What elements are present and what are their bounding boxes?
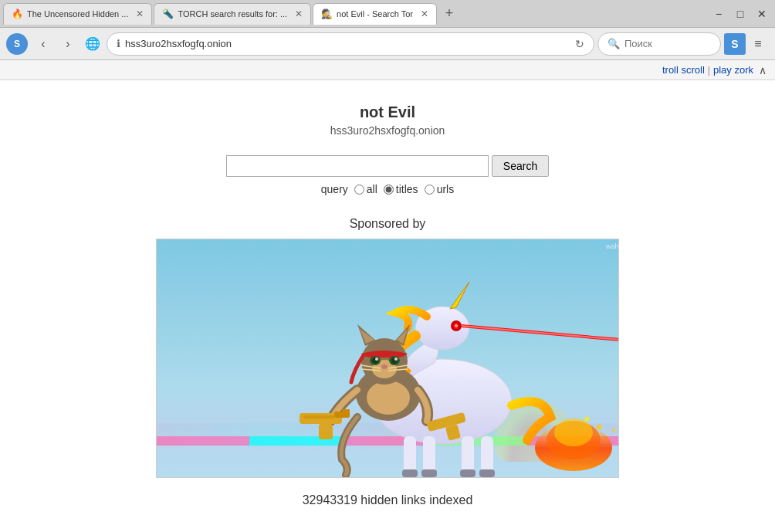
svg-rect-27: [585, 417, 589, 421]
tab-notevil[interactable]: 🕵 not Evil - Search Tor ✕: [313, 3, 437, 25]
back-button[interactable]: ‹: [32, 33, 54, 55]
tab-uncensored[interactable]: 🔥 The Uncensored Hidden ... ✕: [3, 3, 152, 25]
svg-rect-28: [612, 429, 615, 432]
titles-label: titles: [396, 183, 418, 195]
sponsored-label: Sponsored by: [350, 217, 426, 231]
search-button[interactable]: Search: [492, 155, 549, 177]
svg-text:wah: wah: [605, 242, 619, 250]
scroll-up-button[interactable]: ∧: [756, 64, 769, 76]
radio-row: query all titles urls: [321, 183, 454, 195]
svg-point-41: [375, 357, 378, 361]
tab3-favicon: 🕵: [321, 8, 332, 19]
browser-search-input[interactable]: [624, 38, 686, 49]
forward-button[interactable]: ›: [57, 33, 79, 55]
search-icon: 🔍: [607, 38, 620, 49]
address-info-icon[interactable]: ℹ: [117, 38, 120, 49]
tab-torch[interactable]: 🔦 TORCH search results for: ... ✕: [154, 3, 311, 25]
tab2-close[interactable]: ✕: [295, 8, 303, 19]
play-zork-link[interactable]: play zork: [713, 64, 753, 76]
browser-avatar: S: [6, 33, 28, 55]
svg-rect-52: [303, 415, 334, 418]
browser-frame: 🔥 The Uncensored Hidden ... ✕ 🔦 TORCH se…: [0, 0, 775, 532]
home-button[interactable]: 🌐: [82, 33, 103, 55]
svg-rect-17: [481, 436, 493, 475]
urls-label: urls: [437, 183, 455, 195]
unicorn-scene: wah: [157, 239, 618, 477]
svg-rect-51: [342, 409, 350, 413]
title-bar: 🔥 The Uncensored Hidden ... ✕ 🔦 TORCH se…: [0, 0, 775, 28]
maximize-button[interactable]: □: [730, 4, 750, 24]
titles-radio-label[interactable]: titles: [384, 183, 418, 195]
toolbar-separator: |: [708, 65, 710, 76]
search-form: Search query all titles urls: [226, 155, 549, 195]
browser-search-box[interactable]: 🔍: [597, 32, 721, 56]
troll-scroll-link[interactable]: troll scroll: [662, 64, 705, 76]
svg-rect-20: [460, 469, 475, 477]
site-domain: hss3uro2hsxfogfq.onion: [330, 124, 445, 137]
address-input[interactable]: [125, 38, 570, 49]
avatar-letter: S: [14, 39, 20, 49]
nav-bar: S ‹ › 🌐 ℹ ↻ 🔍 S ≡: [0, 28, 775, 60]
all-radio-label[interactable]: all: [354, 183, 377, 195]
tab2-title: TORCH search results for: ...: [178, 9, 287, 19]
svg-point-43: [381, 364, 388, 369]
tab1-title: The Uncensored Hidden ...: [27, 9, 128, 19]
svg-rect-15: [423, 436, 435, 475]
svg-rect-2: [157, 436, 249, 446]
footer-count: 32943319 hidden links indexed: [303, 493, 473, 507]
tab3-close[interactable]: ✕: [421, 8, 428, 19]
tab3-title: not Evil - Search Tor: [337, 9, 413, 19]
urls-radio-label[interactable]: urls: [425, 183, 455, 195]
svg-rect-49: [319, 424, 333, 439]
tab1-close[interactable]: ✕: [136, 8, 144, 19]
extension-buttons: S ≡: [724, 33, 769, 55]
page-search-input[interactable]: [226, 155, 489, 177]
menu-button[interactable]: ≡: [747, 33, 769, 55]
sponsor-image: wah: [156, 239, 619, 478]
refresh-icon[interactable]: ↻: [575, 38, 584, 50]
svg-point-42: [394, 357, 398, 361]
scene-svg: wah: [157, 239, 619, 478]
search-row: Search: [226, 155, 549, 177]
svg-rect-19: [421, 469, 437, 477]
svg-rect-16: [462, 436, 474, 475]
address-bar[interactable]: ℹ ↻: [107, 32, 594, 56]
svg-rect-25: [597, 425, 601, 429]
site-title: not Evil: [360, 103, 415, 121]
minimize-button[interactable]: −: [709, 4, 729, 24]
close-button[interactable]: ✕: [752, 4, 772, 24]
window-controls: − □ ✕: [709, 4, 772, 24]
all-label: all: [367, 183, 377, 195]
svg-point-24: [554, 418, 593, 446]
svg-rect-26: [604, 436, 607, 439]
svg-point-30: [367, 381, 410, 415]
query-label: query: [321, 183, 348, 195]
tab1-favicon: 🔥: [12, 8, 22, 19]
new-tab-button[interactable]: +: [438, 3, 460, 25]
all-radio[interactable]: [354, 185, 364, 195]
toolbar-bar: troll scroll | play zork ∧: [0, 60, 775, 80]
page-content: not Evil hss3uro2hsxfogfq.onion Search q…: [0, 80, 775, 532]
svg-point-11: [455, 324, 458, 327]
tab2-favicon: 🔦: [162, 8, 173, 19]
extension-s-button[interactable]: S: [724, 33, 746, 55]
titles-radio[interactable]: [384, 185, 394, 195]
urls-radio[interactable]: [425, 185, 435, 195]
svg-rect-14: [404, 436, 416, 475]
svg-rect-21: [479, 469, 495, 477]
svg-rect-18: [402, 469, 418, 477]
